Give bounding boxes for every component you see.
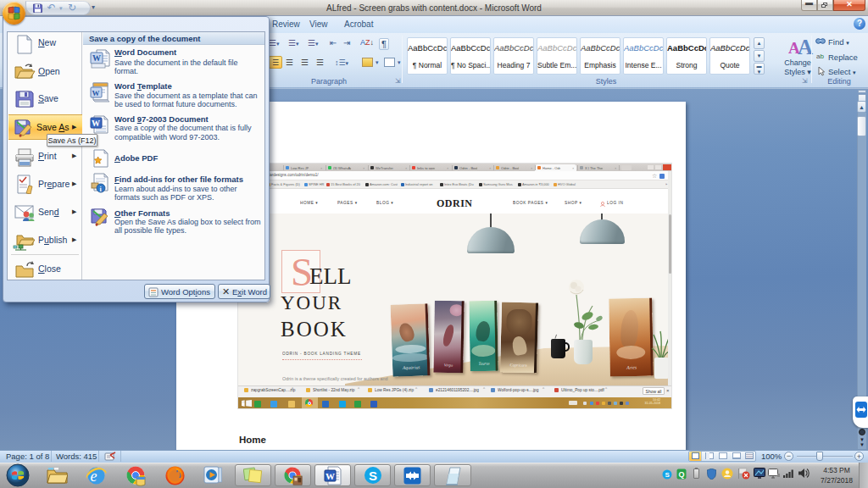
svg-text:S: S bbox=[369, 469, 377, 483]
svg-text:W: W bbox=[92, 89, 100, 97]
svg-text:W: W bbox=[92, 53, 101, 63]
svg-text:W: W bbox=[326, 471, 335, 481]
svg-text:S: S bbox=[665, 471, 670, 479]
svg-text:Q: Q bbox=[678, 470, 684, 479]
svg-text:W: W bbox=[92, 119, 100, 128]
